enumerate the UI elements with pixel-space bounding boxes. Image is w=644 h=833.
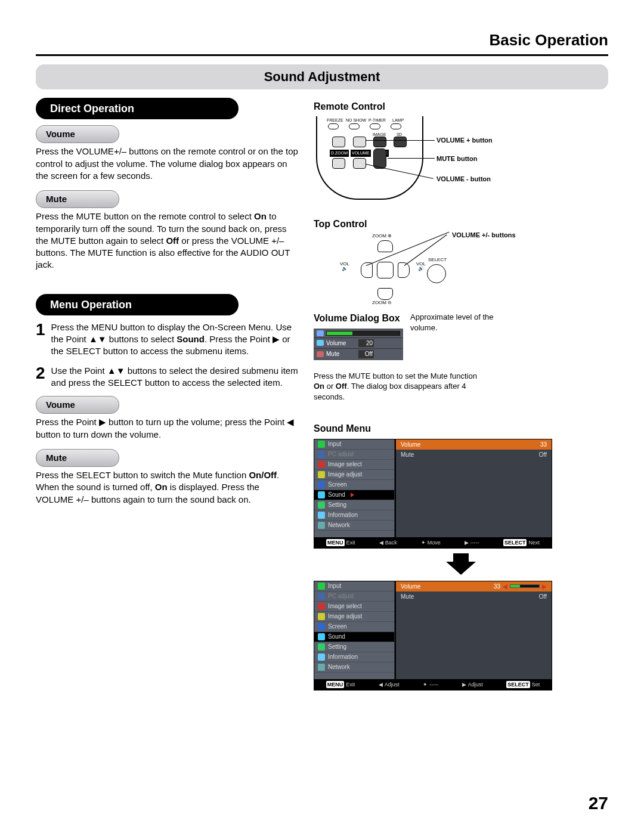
dpad-center — [377, 262, 394, 278]
osd-volume-row: Volume33 — [396, 439, 552, 450]
submenu-arrow-icon — [351, 493, 354, 497]
screen-icon — [318, 481, 325, 488]
screen-icon — [318, 623, 325, 630]
mute-pill: Mute — [36, 190, 119, 208]
input-icon — [318, 441, 325, 448]
step-2: 2 Use the Point ▲▼ buttons to select the… — [36, 365, 298, 389]
mute-callout: MUTE button — [436, 154, 477, 163]
volume-dialog-box: Volume 20 Mute Off — [314, 329, 403, 360]
input-icon — [318, 583, 325, 590]
sound-icon — [318, 491, 325, 498]
volume-pill-2: Voume — [36, 396, 119, 414]
volume-minus-button — [353, 158, 366, 169]
header-title: Basic Operation — [36, 30, 608, 51]
network-icon — [318, 664, 325, 671]
volume-pm-callout: VOLUME +/- buttons — [452, 231, 516, 240]
page-number: 27 — [589, 791, 608, 816]
top-control-heading: Top Control — [314, 218, 608, 231]
top-control-diagram: ZOOM ⊕ ZOOM ⊖ VOL🔈 VOL🔊 SELECT VOLUME +/… — [332, 234, 457, 306]
osd-volume-row-2: Volume 33 ◀▶ — [396, 581, 552, 592]
image-adjust-icon — [318, 613, 325, 620]
left-column: Direct Operation Voume Press the VOLUME+… — [36, 98, 298, 695]
volume-dialog-caption: Press the MUTE button to set the Mute fu… — [314, 371, 481, 402]
image-button — [373, 137, 386, 147]
mute-pill-2: Mute — [36, 449, 119, 467]
setting-icon — [318, 501, 325, 509]
osd-menu-1: Input PC adjust Image select Image adjus… — [314, 439, 552, 549]
setting-icon — [318, 643, 325, 651]
mute-text: Press the MUTE button on the remote cont… — [36, 210, 298, 271]
svg-marker-0 — [446, 553, 476, 575]
volume-plus-button — [353, 137, 366, 147]
speaker-icon — [317, 330, 324, 336]
osd-footer-1: MENU Exit ◀ Back ✦ Move ▶ ----- SELECT N… — [314, 537, 552, 548]
volume-icon — [317, 340, 324, 346]
sound-menu-heading: Sound Menu — [314, 422, 608, 435]
volume-dialog-note: Approximate level of the volume. — [410, 312, 512, 333]
remote-control-heading: Remote Control — [314, 100, 608, 113]
step-1: 1 Press the MENU button to display the O… — [36, 321, 298, 358]
3d-button — [394, 137, 407, 147]
network-icon — [318, 522, 325, 529]
arrow-down-icon — [446, 553, 476, 575]
osd-mute-row: MuteOff — [396, 450, 552, 460]
volume-text-2: Press the Point ▶ button to turn up the … — [36, 416, 298, 441]
mute-text-2: Press the SELECT button to switch the Mu… — [36, 469, 298, 506]
direct-operation-heading: Direct Operation — [36, 98, 239, 119]
volume-minus-callout: VOLUME - button — [436, 175, 491, 184]
osd-sound-item-selected: Sound — [314, 490, 394, 500]
information-icon — [318, 654, 325, 661]
volume-plus-callout: VOLUME + button — [436, 136, 493, 145]
step-1-text: Press the MENU button to display the On-… — [51, 321, 298, 358]
volume-dialog-heading: Volume Dialog Box — [314, 312, 403, 325]
volume-text: Press the VOLUME+/– buttons on the remot… — [36, 145, 298, 182]
osd-sidebar-2: Input PC adjust Image select Image adjus… — [314, 581, 395, 679]
image-select-icon — [318, 461, 325, 468]
dzoom-down-button — [332, 158, 345, 169]
sound-icon — [318, 633, 325, 640]
pc-adjust-icon — [318, 451, 325, 458]
step-2-text: Use the Point ▲▼ buttons to select the d… — [51, 365, 298, 389]
osd-footer-2: MENU Exit ◀ Adjust ✦ ----- ▶ Adjust SELE… — [314, 679, 552, 690]
pc-adjust-icon — [318, 593, 325, 600]
osd-menu-2: Input PC adjust Image select Image adjus… — [314, 581, 552, 690]
mute-icon — [317, 351, 324, 357]
dpad-down — [377, 288, 393, 300]
dzoom-up-button — [332, 137, 345, 147]
dpad-up — [377, 240, 393, 252]
dpad-right — [398, 262, 410, 278]
header-rule — [36, 54, 608, 56]
information-icon — [318, 512, 325, 519]
section-bar: Sound Adjustment — [36, 64, 608, 89]
volume-pill: Voume — [36, 125, 119, 143]
menu-operation-heading: Menu Operation — [36, 294, 239, 315]
remote-control-diagram: FREEZE NO SHOW P-TIMER LAMP IMAGE 3D D.Z… — [316, 116, 435, 206]
step-1-num: 1 — [36, 321, 45, 338]
image-adjust-icon — [318, 471, 325, 478]
right-column: Remote Control FREEZE NO SHOW P-TIMER LA… — [314, 98, 608, 695]
osd-sound-item-selected-2: Sound — [314, 632, 394, 642]
step-2-num: 2 — [36, 365, 45, 382]
select-circle — [427, 264, 446, 283]
osd-mute-row-2: MuteOff — [396, 592, 552, 602]
osd-sidebar-1: Input PC adjust Image select Image adjus… — [314, 439, 395, 537]
image-select-icon — [318, 603, 325, 610]
